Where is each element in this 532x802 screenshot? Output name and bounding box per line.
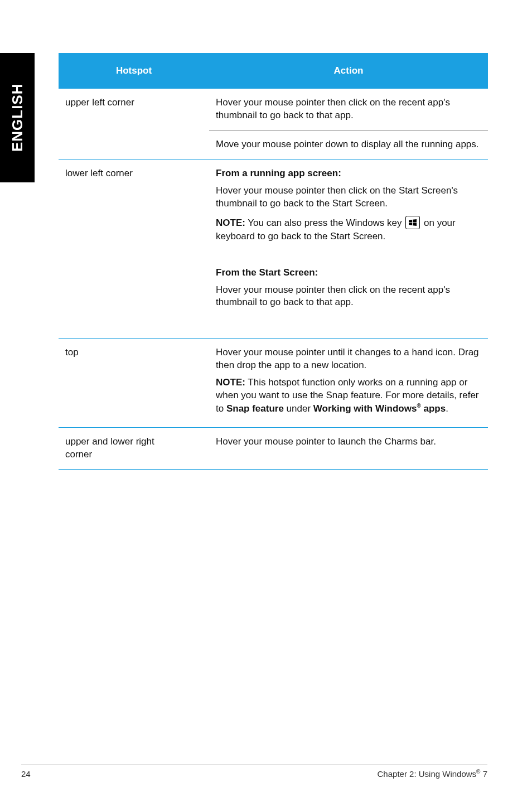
note-label: NOTE: (216, 218, 245, 228)
table-row: lower left corner From a running app scr… (59, 159, 488, 255)
heading-running-app: From a running app screen: (216, 167, 481, 180)
hotspot-table: Hotspot Action upper left corner Hover y… (59, 53, 488, 470)
note-lower-left: NOTE: You can also press the Windows key… (216, 217, 481, 243)
hotspot-lower-left: lower left corner (59, 159, 209, 321)
chapter-label: Chapter 2: Using Windows® 7 (378, 769, 487, 779)
action-upper-left-2: Move your mouse pointer down to display … (209, 130, 488, 159)
hotspot-upper-left: upper left corner (59, 89, 209, 159)
page-footer: 24 Chapter 2: Using Windows® 7 (21, 765, 487, 779)
language-sidebar: ENGLISH (0, 53, 35, 182)
table-row: top Hover your mouse pointer until it ch… (59, 338, 488, 427)
hotspot-top: top (59, 338, 209, 427)
action-top: Hover your mouse pointer until it change… (209, 338, 488, 427)
action-upper-lower-right: Hover your mouse pointer to launch the C… (209, 428, 488, 470)
header-hotspot: Hotspot (59, 53, 209, 89)
note-label: NOTE: (216, 377, 245, 388)
para-top-1: Hover your mouse pointer until it change… (216, 346, 481, 372)
table-header-row: Hotspot Action (59, 53, 488, 89)
language-label: ENGLISH (9, 84, 26, 152)
page-number: 24 (21, 769, 31, 779)
table-row: upper and lower right corner Hover your … (59, 428, 488, 470)
para-lower-left-1: Hover your mouse pointer then click on t… (216, 185, 481, 210)
header-action: Action (209, 53, 488, 89)
hotspot-upper-lower-right: upper and lower right corner (59, 428, 209, 470)
heading-start-screen: From the Start Screen: (216, 267, 481, 279)
note-top: NOTE: This hotspot function only works o… (216, 376, 481, 415)
action-lower-left-block2: From the Start Screen: Hover your mouse … (209, 255, 488, 322)
windows-key-icon (405, 216, 420, 229)
main-content: Hotspot Action upper left corner Hover y… (59, 53, 488, 470)
action-upper-left-1: Hover your mouse pointer then click on t… (209, 89, 488, 130)
action-lower-left-block1: From a running app screen: Hover your mo… (209, 159, 488, 255)
table-row: upper left corner Hover your mouse point… (59, 89, 488, 130)
para-lower-left-2: Hover your mouse pointer then click on t… (216, 284, 481, 310)
spacer-row (59, 321, 488, 338)
